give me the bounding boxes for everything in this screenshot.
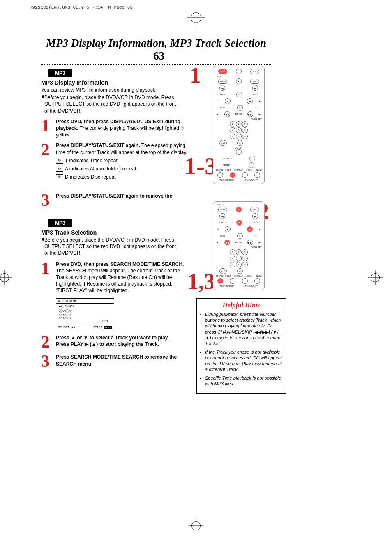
zoom-button xyxy=(242,278,248,284)
s2s2-t6: ) to start playing the Track. xyxy=(96,341,159,347)
section2-step1: 1 Press DVD, then press SEARCH MODE/TIME… xyxy=(41,261,189,294)
left-button: ◀ xyxy=(219,85,225,91)
left-crop-mark xyxy=(0,273,9,282)
speed-button xyxy=(249,162,254,168)
memory-label: MEMORY xyxy=(222,157,231,160)
num-6: 6 xyxy=(242,127,248,133)
menu-button: MENU xyxy=(218,207,227,212)
timesearch-label: TIME SEARCH xyxy=(220,179,234,181)
triangle-up-icon: ▲ xyxy=(71,335,76,341)
plus10: +10 xyxy=(219,140,227,146)
mp3-tag-2: MP3 xyxy=(48,219,72,227)
osd-list: ▶ALBUM01 TRACK11 TRACK12 TRACK13 TRACK14… xyxy=(56,304,114,325)
ff-button: ▶▶ xyxy=(247,111,253,117)
pause-button: ‖ xyxy=(237,105,243,111)
step-number-1: 1 xyxy=(41,118,56,138)
ff-label: FF xyxy=(255,106,257,109)
play-chip-icon: PLAY xyxy=(104,326,112,329)
doc-meta-line: H9231CD(EN).QX3 02.9.5 7:14 PM Page 63 xyxy=(30,5,133,10)
num-4: 4 xyxy=(230,256,235,261)
num-8: 8 xyxy=(236,262,242,267)
vcrtv-button xyxy=(236,149,242,155)
up-button: ▲ xyxy=(236,78,242,84)
osd-ftr-start: START: xyxy=(93,326,103,329)
osd-album: ▶ALBUM01 xyxy=(59,305,111,308)
repeat-icon: ↻ xyxy=(56,174,63,180)
s2s2-t2: or xyxy=(76,335,83,341)
play-button: ▶ xyxy=(247,226,253,232)
osd-footer: SELECT ▲▼ START: PLAY xyxy=(56,325,114,330)
disc-label: DISC xyxy=(214,75,263,78)
bullet-icon: ● xyxy=(41,237,44,257)
num-2: 2 xyxy=(236,249,242,255)
repeat-icon: ↻ xyxy=(56,166,63,172)
section2-step3: 3 Press SEARCH MODE/TIME SEARCH to remov… xyxy=(41,354,189,369)
num-4: 4 xyxy=(230,127,235,133)
step-number-2: 2 xyxy=(41,142,56,182)
timer-label: TIMER SET xyxy=(214,118,263,120)
num-0: 0 xyxy=(237,268,243,274)
plus10: +10 xyxy=(219,268,227,274)
section1-step3: 3 Press DISPLAY/STATUS/EXIT again to rem… xyxy=(41,193,189,208)
section1-step2: 2 Press DISPLAY/STATUS/EXIT again. The e… xyxy=(41,142,189,182)
ok-button: OK xyxy=(250,79,259,84)
osd-track: TRACK11 xyxy=(59,308,111,311)
num-7: 7 xyxy=(230,134,235,139)
helpful-hints-box: Helpful Hints During playback, press the… xyxy=(196,298,286,394)
callout-1: 1 xyxy=(190,62,201,88)
slow-button xyxy=(254,172,260,178)
speed-label: SPEED xyxy=(223,164,230,166)
num-9: 9 xyxy=(242,262,248,267)
left-button: ◀ xyxy=(219,213,225,219)
bullet-icon: ● xyxy=(41,94,44,114)
pause-label: PAUSE xyxy=(235,113,242,115)
osd-pages: 1/15▼ xyxy=(59,320,111,323)
step-number-3b: 3 xyxy=(41,354,56,369)
play-label: PLAY xyxy=(253,93,258,96)
section2-bullet: ● Before you begin, place the DVD/VCR in… xyxy=(41,237,181,257)
play-icon: ▶ xyxy=(85,341,88,347)
s2-step1-rest: The SEARCH menu will appear. The current… xyxy=(56,268,180,294)
stop-button: ■ xyxy=(225,98,231,104)
step-number-1b: 1 xyxy=(41,261,56,294)
pause-label: PAUSE xyxy=(235,241,242,244)
step-number-2b: 2 xyxy=(41,334,56,350)
timesearch-label: TIME SEARCH xyxy=(220,285,234,287)
stop-label: STOP xyxy=(219,93,225,96)
ff-button: ▶▶ xyxy=(247,240,253,245)
section1-intro: You can review MP3 file information duri… xyxy=(41,87,181,93)
page-number: 63 xyxy=(148,50,165,62)
remote-diagram-1: DVD VCR DISC MENU ▲ OK ◀ ▶ STOP ▼ PLAY ▼… xyxy=(213,66,265,184)
triangle-down-icon: ▼ xyxy=(83,335,88,341)
dvd-button: DVD xyxy=(218,69,227,74)
osd-track: TRACK12 xyxy=(59,311,111,314)
osd-track: TRACK13 xyxy=(59,314,111,317)
display-button xyxy=(230,278,235,284)
hint-3: Specific Time playback is not possible w… xyxy=(205,375,282,387)
search-label: SEARCH MODE xyxy=(216,169,231,171)
rew-button: ◀◀ xyxy=(224,111,230,117)
num-5: 5 xyxy=(236,256,242,261)
pause-button: ‖ xyxy=(237,233,243,239)
ff-label: FF xyxy=(255,235,257,237)
num-3: 3 xyxy=(242,121,248,127)
ok-button: OK xyxy=(250,207,259,212)
hint1-c: ) to move to previous or subsequent Trac… xyxy=(205,335,281,346)
page-title: MP3 Display Information, MP3 Track Selec… xyxy=(41,37,271,62)
display-button xyxy=(230,172,235,178)
menu-button: MENU xyxy=(218,79,227,84)
zoom-label: ZOOM xyxy=(246,275,252,277)
s1-step3-bold: Press DISPLAY/STATUS/EXIT again to remov… xyxy=(56,193,172,199)
repeat-a-line: ↻ A indicates Album (folder) repeat xyxy=(56,166,189,172)
mp3-tag-1: MP3 xyxy=(48,69,72,77)
rew-button: ◀◀ xyxy=(224,240,230,245)
slow-label: SLOW xyxy=(256,169,262,171)
repeat-a-text: A indicates Album (folder) repeat xyxy=(65,166,136,172)
status-label: STATUS/EXIT xyxy=(245,285,258,287)
hint-1: During playback, press the Number button… xyxy=(205,311,282,347)
stop-button: ■ xyxy=(225,226,231,232)
search-button xyxy=(217,278,223,284)
osd-track: TRACK14 xyxy=(59,317,111,320)
timer-label: TIMER SET xyxy=(214,246,263,249)
repeat-icon: ↻ xyxy=(56,158,63,164)
